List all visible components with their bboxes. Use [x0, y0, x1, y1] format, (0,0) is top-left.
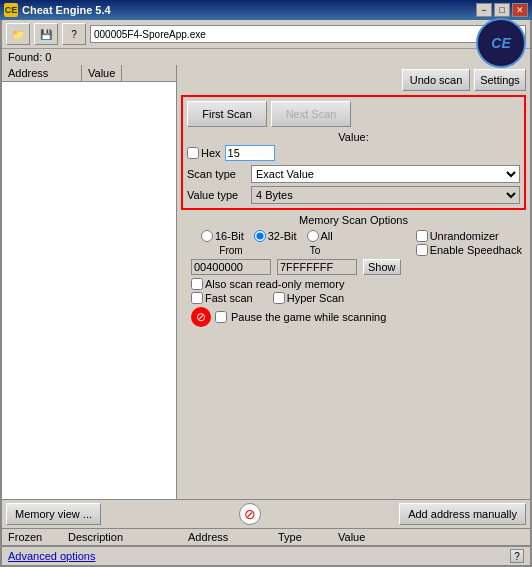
speedhack-label: Enable Speedhack [430, 244, 522, 256]
scan-type-row: Scan type Exact Value [187, 165, 520, 183]
scan-buttons-area: First Scan Next Scan Value: Hex Scan typ… [181, 95, 526, 210]
bottom-section: Memory view ... ⊘ Add address manually F… [2, 499, 530, 546]
hyper-scan-checkbox[interactable] [273, 292, 285, 304]
memory-scan-section: Memory Scan Options 16-Bit 32-Bit [181, 214, 526, 327]
ce-logo: CE [476, 18, 526, 68]
toolbar-open-btn[interactable]: 📁 [6, 23, 30, 45]
title-bar-controls: − □ ✕ [476, 3, 528, 17]
next-scan-button[interactable]: Next Scan [271, 101, 351, 127]
close-button[interactable]: ✕ [512, 3, 528, 17]
hex-checkbox[interactable] [187, 147, 199, 159]
memory-scan-main: 16-Bit 32-Bit All [181, 230, 526, 327]
value-column-header2: Value [334, 530, 528, 544]
fast-scan-label: Fast scan [205, 292, 253, 304]
radio-all-input[interactable] [307, 230, 319, 242]
pause-icon: ⊘ [191, 307, 211, 327]
speedhack-item: Enable Speedhack [416, 244, 522, 256]
frozen-column-header: Frozen [4, 530, 64, 544]
scan-results-list [2, 82, 176, 499]
add-address-button[interactable]: Add address manually [399, 503, 526, 525]
unrandomizer-checkbox[interactable] [416, 230, 428, 242]
memory-scan-title: Memory Scan Options [181, 214, 526, 226]
fast-scan-item: Fast scan [191, 292, 253, 304]
main-window: 📁 💾 ? CE Found: 0 Address Value Undo sca… [0, 20, 532, 567]
memory-view-button[interactable]: Memory view ... [6, 503, 101, 525]
fast-scan-checkbox[interactable] [191, 292, 203, 304]
value-type-row: Value type 4 Bytes [187, 186, 520, 204]
checkboxes-section: Also scan read-only memory Fast scan [181, 278, 401, 304]
advanced-options-link[interactable]: Advanced options [8, 550, 95, 562]
to-label: To [275, 245, 355, 256]
radio-32bit-input[interactable] [254, 230, 266, 242]
hyper-scan-item: Hyper Scan [273, 292, 344, 304]
bottom-toolbar: Memory view ... ⊘ Add address manually [2, 500, 530, 529]
toolbar-save-btn[interactable]: 💾 [34, 23, 58, 45]
radio-16bit: 16-Bit [201, 230, 244, 242]
value-row: Hex [187, 145, 520, 161]
scan-type-label: Scan type [187, 168, 247, 180]
title-bar: CE Cheat Engine 5.4 − □ ✕ [0, 0, 532, 20]
stop-icon: ⊘ [239, 503, 261, 525]
radio-32bit-label: 32-Bit [268, 230, 297, 242]
fast-hyper-row: Fast scan Hyper Scan [191, 292, 344, 304]
radio-16bit-input[interactable] [201, 230, 213, 242]
maximize-button[interactable]: □ [494, 3, 510, 17]
found-bar: Found: 0 [2, 49, 530, 65]
from-address-input[interactable] [191, 259, 271, 275]
help-button[interactable]: ? [510, 549, 524, 563]
app-icon: CE [4, 3, 18, 17]
content-area: Address Value Undo scan Settings First S… [2, 65, 530, 499]
radio-32bit: 32-Bit [254, 230, 297, 242]
also-scan-readonly-label: Also scan read-only memory [205, 278, 344, 290]
right-panel: Undo scan Settings First Scan Next Scan … [177, 65, 530, 499]
pause-game-label: Pause the game while scanning [231, 311, 386, 323]
pause-game-checkbox[interactable] [215, 311, 227, 323]
left-panel: Address Value [2, 65, 177, 499]
minimize-button[interactable]: − [476, 3, 492, 17]
hex-label: Hex [201, 147, 221, 159]
memory-scan-left: 16-Bit 32-Bit All [181, 230, 401, 327]
description-column-header: Description [64, 530, 184, 544]
show-button[interactable]: Show [363, 259, 401, 275]
unrandomizer-item: Unrandomizer [416, 230, 522, 242]
value-type-label: Value type [187, 189, 247, 201]
title-bar-left: CE Cheat Engine 5.4 [4, 3, 111, 17]
settings-button[interactable]: Settings [474, 69, 526, 91]
radio-16bit-label: 16-Bit [215, 230, 244, 242]
value-type-select[interactable]: 4 Bytes [251, 186, 520, 204]
address-bar-input[interactable] [90, 25, 526, 43]
also-scan-readonly-checkbox[interactable] [191, 278, 203, 290]
toolbar-area: 📁 💾 ? CE [2, 20, 530, 49]
value-label: Value: [187, 131, 520, 143]
radio-row: 16-Bit 32-Bit All [181, 230, 401, 242]
hex-checkbox-group: Hex [187, 147, 221, 159]
type-column-header: Type [274, 530, 334, 544]
scan-row: First Scan Next Scan [187, 101, 520, 127]
address-list-header: Frozen Description Address Type Value [2, 529, 530, 546]
from-to-labels-row: From To [181, 245, 401, 256]
footer: Advanced options ? [2, 546, 530, 565]
address-column-header: Address [2, 65, 82, 81]
also-scan-readonly-item: Also scan read-only memory [191, 278, 344, 290]
list-header: Address Value [2, 65, 176, 82]
toolbar-help-btn[interactable]: ? [62, 23, 86, 45]
from-to-row: Show [181, 259, 401, 275]
title-bar-text: Cheat Engine 5.4 [22, 4, 111, 16]
value-column-header: Value [82, 65, 122, 81]
radio-all-label: All [321, 230, 333, 242]
from-label: From [191, 245, 271, 256]
radio-all: All [307, 230, 333, 242]
found-count: Found: 0 [8, 51, 51, 63]
undo-scan-button[interactable]: Undo scan [402, 69, 470, 91]
to-address-input[interactable] [277, 259, 357, 275]
ce-logo-text: CE [491, 35, 510, 51]
scan-type-select[interactable]: Exact Value [251, 165, 520, 183]
speedhack-checkbox[interactable] [416, 244, 428, 256]
left-checkboxes: Also scan read-only memory Fast scan [181, 278, 344, 304]
pause-row: ⊘ Pause the game while scanning [181, 307, 401, 327]
hyper-scan-label: Hyper Scan [287, 292, 344, 304]
value-input[interactable] [225, 145, 275, 161]
first-scan-button[interactable]: First Scan [187, 101, 267, 127]
unrandomizer-label: Unrandomizer [430, 230, 499, 242]
address-column-header2: Address [184, 530, 274, 544]
